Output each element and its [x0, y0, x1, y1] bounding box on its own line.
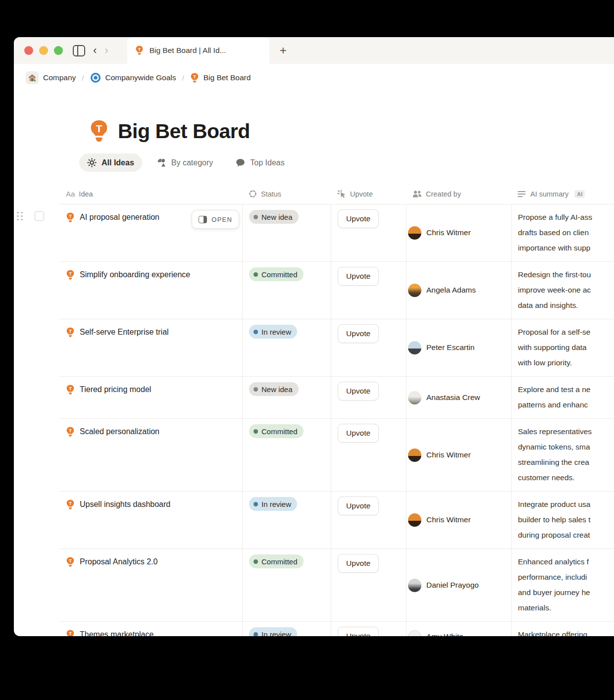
created-by-cell[interactable]: Amy White — [406, 622, 511, 636]
table-row: Tiered pricing model New idea Upvote Ana… — [59, 377, 614, 419]
breadcrumb: Company / Companywide Goals / Big Bet Bo… — [14, 64, 614, 92]
new-tab-button[interactable]: + — [269, 37, 297, 64]
view-tab-top-ideas[interactable]: Top Ideas — [228, 154, 292, 172]
created-by-cell[interactable]: Angela Adams — [406, 262, 511, 319]
column-header-upvote[interactable]: Upvote — [331, 184, 406, 204]
shapes-icon — [157, 158, 166, 167]
breadcrumb-item-companywide-goals[interactable]: Companywide Goals — [90, 72, 176, 83]
created-by-cell[interactable]: Chris Witmer — [406, 419, 511, 491]
upvote-button[interactable]: Upvote — [338, 627, 379, 636]
idea-cell[interactable]: Tiered pricing model — [59, 377, 242, 418]
ai-summary-cell[interactable]: Redesign the first-tou improve week-one … — [511, 262, 614, 319]
lines-icon — [517, 191, 526, 198]
upvote-button[interactable]: Upvote — [338, 324, 379, 343]
idea-cell[interactable]: AI proposal generation OPEN — [59, 204, 242, 261]
status-cell[interactable]: Committed — [242, 419, 331, 491]
status-cell[interactable]: Committed — [242, 262, 331, 319]
lightbulb-icon — [66, 212, 75, 223]
upvote-button[interactable]: Upvote — [338, 424, 379, 443]
upvote-cell: Upvote — [331, 319, 406, 376]
open-panel-icon — [199, 216, 207, 223]
idea-cell[interactable]: Simplify onboarding experience — [59, 262, 242, 319]
tab-title: Big Bet Board | All Id... — [150, 46, 226, 55]
upvote-cell: Upvote — [331, 262, 406, 319]
table-row: AI proposal generation OPEN New idea Upv… — [59, 204, 614, 262]
ai-summary-cell[interactable]: Sales representatives dynamic tokens, sm… — [511, 419, 614, 491]
table-row: Upsell insights dashboard In review Upvo… — [59, 492, 614, 549]
idea-cell[interactable]: Proposal Analytics 2.0 — [59, 549, 242, 621]
status-cell[interactable]: Committed — [242, 549, 331, 621]
view-tab-all-ideas[interactable]: All Ideas — [79, 153, 142, 172]
upvote-button[interactable]: Upvote — [338, 554, 379, 573]
avatar — [408, 630, 421, 637]
open-button[interactable]: OPEN — [192, 210, 239, 229]
row-checkbox[interactable] — [35, 211, 44, 221]
sun-icon — [87, 158, 97, 167]
upvote-cell: Upvote — [331, 377, 406, 418]
active-tab[interactable]: Big Bet Board | All Id... — [127, 37, 269, 64]
idea-cell[interactable]: Themes marketplace — [59, 622, 242, 636]
text-type-icon: Aa — [66, 190, 75, 198]
table-row: Self-serve Enterprise trial In review Up… — [59, 319, 614, 377]
lightbulb-icon — [66, 270, 75, 280]
created-by-cell[interactable]: Chris Witmer — [406, 492, 511, 549]
status-dot — [254, 272, 258, 277]
column-header-idea[interactable]: Aa Idea — [59, 184, 242, 204]
table-row: Scaled personalization Committed Upvote … — [59, 419, 614, 492]
close-window-button[interactable] — [24, 46, 33, 55]
lightbulb-icon — [66, 630, 75, 636]
upvote-button[interactable]: Upvote — [338, 382, 379, 400]
created-by-cell[interactable]: Chris Witmer — [406, 204, 511, 261]
upvote-button[interactable]: Upvote — [338, 267, 379, 286]
upvote-button[interactable]: Upvote — [338, 209, 379, 228]
status-cell[interactable]: New idea — [242, 204, 331, 261]
idea-cell[interactable]: Upsell insights dashboard — [59, 492, 242, 549]
column-header-ai-summary[interactable]: AI summary AI — [511, 184, 614, 204]
upvote-button[interactable]: Upvote — [338, 497, 379, 515]
avatar — [408, 579, 421, 592]
ai-summary-cell[interactable]: Enhanced analytics f performance, includ… — [511, 549, 614, 621]
idea-cell[interactable]: Scaled personalization — [59, 419, 242, 491]
status-cell[interactable]: In review — [242, 622, 331, 636]
click-cursor-icon — [337, 190, 346, 199]
status-cell[interactable]: In review — [242, 492, 331, 549]
lightbulb-icon — [66, 427, 75, 437]
ai-summary-cell[interactable]: Integrate product usa builder to help sa… — [511, 492, 614, 549]
column-header-created-by[interactable]: Created by — [406, 184, 511, 204]
view-tab-by-category[interactable]: By category — [149, 153, 221, 172]
breadcrumb-item-big-bet-board[interactable]: Big Bet Board — [190, 73, 251, 83]
ai-summary-cell[interactable]: Explore and test a ne patterns and enhan… — [511, 377, 614, 418]
lightbulb-icon — [135, 46, 144, 55]
status-dot — [254, 632, 258, 637]
idea-cell[interactable]: Self-serve Enterprise trial — [59, 319, 242, 376]
comment-icon — [236, 158, 245, 167]
back-button[interactable]: ‹ — [93, 45, 97, 56]
minimize-window-button[interactable] — [39, 46, 48, 55]
breadcrumb-item-company[interactable]: Company — [26, 71, 76, 84]
ai-badge: AI — [574, 190, 585, 198]
avatar — [408, 226, 421, 240]
ai-summary-cell[interactable]: Proposal for a self-se with supporting d… — [511, 319, 614, 376]
status-dot — [254, 330, 258, 334]
ai-summary-cell[interactable]: Propose a fully AI-ass drafts based on c… — [511, 204, 614, 261]
status-cell[interactable]: In review — [242, 319, 331, 376]
breadcrumb-separator: / — [181, 74, 186, 82]
avatar — [408, 391, 421, 404]
created-by-cell[interactable]: Daniel Prayogo — [406, 549, 511, 621]
ai-summary-cell[interactable]: Marketplace offering — [511, 622, 614, 636]
created-by-cell[interactable]: Peter Escartin — [406, 319, 511, 376]
avatar — [408, 513, 421, 527]
lightbulb-icon — [66, 327, 75, 338]
lightbulb-icon — [66, 385, 75, 395]
status-dot — [254, 559, 258, 564]
sidebar-toggle-icon[interactable] — [73, 45, 85, 56]
forward-button[interactable]: › — [104, 45, 108, 56]
created-by-cell[interactable]: Anastasia Crew — [406, 377, 511, 418]
browser-tab-bar: ‹ › Big Bet Board | All Id... + — [14, 37, 614, 64]
zoom-window-button[interactable] — [54, 46, 63, 55]
column-header-status[interactable]: Status — [242, 184, 331, 204]
drag-handle-icon[interactable] — [17, 212, 23, 221]
avatar — [408, 284, 421, 297]
window-controls — [14, 37, 63, 64]
status-cell[interactable]: New idea — [242, 377, 331, 418]
